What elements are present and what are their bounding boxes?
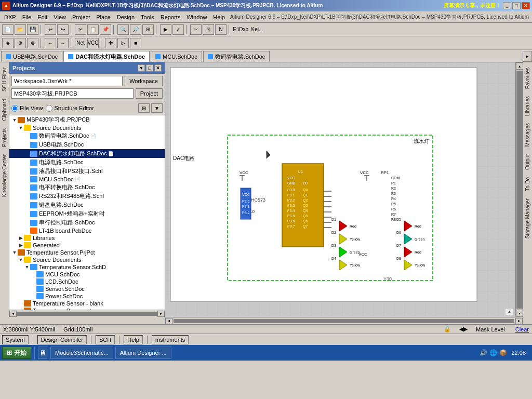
tb2-net[interactable]: Net <box>75 38 86 48</box>
schematic-view[interactable]: DAC电路 流水灯 U1 VCC GND P3.0 P3.1 P3.2 P3.3… <box>165 62 515 317</box>
expand-temp[interactable]: ▼ <box>11 250 18 255</box>
scroll-left-btn[interactable]: ◂ <box>9 311 17 317</box>
tree-temp-sensor-sch[interactable]: ▼ Temperature Sensor.SchD <box>9 263 165 271</box>
tab-mcu[interactable]: MCU.SchDoc <box>151 51 202 62</box>
vtab-clipboard[interactable]: Clipboard <box>1 96 8 124</box>
tb2-cross[interactable]: ✚ <box>105 38 116 48</box>
tb2-run[interactable]: ▷ <box>117 38 129 48</box>
tb-zoom-out[interactable]: 🔎 <box>130 24 141 35</box>
tb-validate[interactable]: ✓ <box>172 24 184 35</box>
vtab-schfilter[interactable]: SCH Filter <box>1 64 8 95</box>
tree-chuanxing[interactable]: 串行控制电路.SchDoc <box>9 218 165 227</box>
tb-fit[interactable]: ⊞ <box>142 24 154 35</box>
project-input[interactable] <box>11 88 134 99</box>
tb-compile[interactable]: ▶ <box>160 24 171 35</box>
tb-open[interactable]: 📂 <box>15 24 26 35</box>
vtab-todo[interactable]: To-Do <box>524 174 531 194</box>
fileview-radio[interactable]: File View <box>11 105 43 112</box>
structview-radio-input[interactable] <box>46 105 52 112</box>
status-compiler[interactable]: Design Compiler <box>37 335 87 344</box>
status-help[interactable]: Help <box>124 335 143 344</box>
tab-shumaguang[interactable]: 数码管电路.SchDoc <box>203 51 270 62</box>
scroll-right-btn[interactable]: ▸ <box>157 311 165 317</box>
expand-src1[interactable]: ▼ <box>18 125 24 130</box>
menu-edit[interactable]: Edit <box>34 13 50 21</box>
menu-project[interactable]: Project <box>69 13 93 21</box>
vtab-output[interactable]: Output <box>524 151 531 173</box>
tb-wire[interactable]: 〰 <box>190 24 202 35</box>
tree-generated1[interactable]: ▶ Generated <box>9 242 165 249</box>
tree-hscroll[interactable]: ◂ ▸ <box>9 310 165 317</box>
menu-design[interactable]: Design <box>114 13 138 21</box>
tb-new[interactable]: 📄 <box>2 24 14 35</box>
tree-diangyuan[interactable]: 电源电路.SchDoc <box>9 158 165 167</box>
taskbar-item-altium[interactable]: Altium Designer ... <box>115 347 171 359</box>
vtab-libraries[interactable]: Libraries <box>524 93 531 119</box>
expand-temp-sensor[interactable]: ▼ <box>24 264 30 270</box>
projects-header-buttons[interactable]: ▼ □ ✕ <box>138 64 162 72</box>
menu-file[interactable]: File <box>19 13 35 21</box>
tb2-stop[interactable]: ■ <box>130 38 141 48</box>
vtab-favorites[interactable]: Favorites <box>524 64 531 92</box>
menu-view[interactable]: View <box>50 13 69 21</box>
tree-libs1[interactable]: ▶ Libraries <box>9 234 165 242</box>
tb2-5[interactable]: → <box>57 38 69 48</box>
status-system[interactable]: System <box>2 335 29 344</box>
tree-temp-blank[interactable]: Temperature Sensor - blank <box>9 300 165 307</box>
tree-temp-mcu[interactable]: MCU.SchDoc <box>9 271 165 278</box>
tree-yejing[interactable]: 液晶接口和PS2接口.SchI <box>9 167 165 176</box>
tree-dac[interactable]: DAC和流水灯电路.SchDoc 📄 <box>9 149 165 158</box>
tab-dac[interactable]: DAC和流水灯电路.SchDoc <box>63 51 150 62</box>
tree-temp-sensor2[interactable]: Sensor.SchDoc <box>9 285 165 292</box>
view-icon-2[interactable]: ▼ <box>151 103 163 113</box>
tb-paste[interactable]: 📌 <box>100 24 111 35</box>
menu-tools[interactable]: Tools <box>138 13 157 21</box>
expand-msp430[interactable]: ▼ <box>11 117 18 123</box>
structview-radio[interactable]: Structure Editor <box>46 105 94 112</box>
vscrollbar[interactable]: ▴ ▾ <box>515 62 523 317</box>
project-button[interactable]: Project <box>136 88 163 99</box>
tab-overflow-btn[interactable]: ▸ <box>523 51 532 62</box>
hscrollbar[interactable]: ◂ ▸ <box>165 317 523 324</box>
tb-save[interactable]: 💾 <box>27 24 38 35</box>
hscroll-left-btn[interactable]: ◂ <box>165 318 172 324</box>
fileview-radio-input[interactable] <box>11 105 18 112</box>
tree-src-docs-1[interactable]: ▼ Source Documents <box>9 124 165 131</box>
tb-component[interactable]: ⊡ <box>203 24 214 35</box>
vtab-storage[interactable]: Storage Manager <box>524 195 531 242</box>
tb2-vcc[interactable]: VCC <box>87 38 99 48</box>
workspace-input[interactable] <box>11 76 123 86</box>
tree-rs232[interactable]: RS232和RS485电路.SchI <box>9 192 165 201</box>
tree-temp-lcd[interactable]: LCD.SchDoc <box>9 278 165 285</box>
tb-undo[interactable]: ↩ <box>45 24 56 35</box>
tb2-1[interactable]: ◈ <box>2 38 14 48</box>
vscroll-up-btn[interactable]: ▴ <box>516 62 523 70</box>
tb-cut[interactable]: ✂ <box>75 24 86 35</box>
clear-button[interactable]: Clear <box>515 326 529 332</box>
hscroll-right-btn[interactable]: ▸ <box>515 318 523 324</box>
project-tree[interactable]: ▼ MSP430学习板.PRJPCB ▼ Source Documents 数码… <box>9 115 165 310</box>
tree-shumaguang[interactable]: 数码管电路.SchDoc 📄 <box>9 131 165 140</box>
vtab-knowledge[interactable]: Knowledge Center <box>1 151 8 200</box>
tree-temp-power[interactable]: Power.SchDoc <box>9 292 165 300</box>
projects-menu-btn[interactable]: ▼ <box>138 64 145 72</box>
menu-dxp[interactable]: DXP <box>1 13 19 21</box>
tree-eeprom[interactable]: EEPROM+蜂鸣器+实时时 <box>9 209 165 218</box>
vtab-messages[interactable]: Messages <box>524 120 531 150</box>
status-sch[interactable]: SCH <box>96 335 115 344</box>
menu-window[interactable]: Window <box>183 13 210 21</box>
tab-usb[interactable]: USB电路.SchDoc <box>1 51 62 62</box>
view-icon-1[interactable]: ⊞ <box>138 103 150 113</box>
maximize-button[interactable]: □ <box>512 2 521 9</box>
tree-src-docs-2[interactable]: ▼ Source Documents <box>9 256 165 263</box>
titlebar-buttons[interactable]: _ □ ✕ <box>503 2 530 9</box>
tree-mcu[interactable]: MCU.SchDoc 📄 <box>9 176 165 183</box>
vtab-projects[interactable]: Projects <box>1 125 8 150</box>
tb2-4[interactable]: ← <box>45 38 56 48</box>
tb-copy[interactable]: 📋 <box>87 24 99 35</box>
tb2-2[interactable]: ⊕ <box>15 38 26 48</box>
tb2-3[interactable]: ⊗ <box>27 38 38 48</box>
expand-libs1[interactable]: ▶ <box>18 235 24 241</box>
tree-usb[interactable]: USB电路.SchDoc <box>9 140 165 149</box>
menu-reports[interactable]: Reports <box>157 13 184 21</box>
